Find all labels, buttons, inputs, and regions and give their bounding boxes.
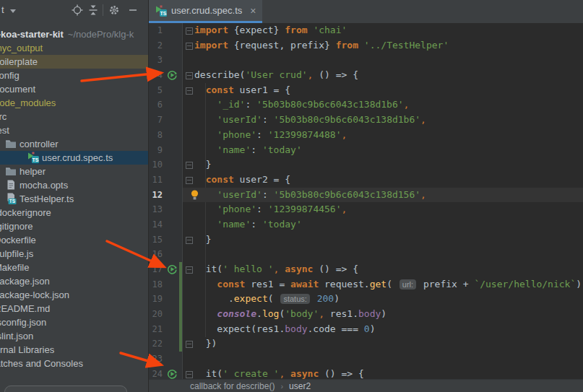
line-number: 11 (149, 173, 163, 188)
tree-item-package-json[interactable]: package.json (0, 274, 148, 288)
tree-item-scratches-and-consoles[interactable]: Scratches and Consoles (0, 357, 148, 370)
tree-item-tsconfig-json[interactable]: tsconfig.json (0, 315, 148, 329)
tree-item-external-libraries[interactable]: External Libraries (0, 343, 148, 357)
code-text[interactable]: const res1 = await request.get( url: pre… (194, 277, 582, 292)
hide-panel-icon[interactable] (127, 4, 139, 16)
code-text[interactable]: '_id': '5b03b80c9b6c6043c138d1b6', (194, 97, 409, 113)
code-text[interactable]: } (194, 232, 211, 248)
gear-icon[interactable] (108, 4, 120, 16)
tree-item-node-modules[interactable]: node_modules (0, 96, 148, 110)
fold-marker-icon[interactable] (186, 341, 193, 348)
added-lines-marker[interactable] (179, 262, 182, 277)
tree-item-tslint-json[interactable]: tslint.json (0, 329, 148, 343)
locate-file-icon[interactable] (72, 4, 83, 16)
tree-item-label: Makefile (0, 262, 29, 273)
fold-marker-icon[interactable] (186, 266, 193, 274)
ts-test-icon: TS (27, 152, 39, 163)
fold-marker-icon[interactable] (186, 162, 193, 169)
code-line-1: 1import {expect} from 'chai' (149, 23, 583, 38)
line-number: 8 (149, 128, 163, 143)
code-text[interactable]: 'userId': '5b03b80c9b6c6043c138d156', (194, 188, 426, 203)
fold-marker-icon[interactable] (186, 87, 193, 95)
tree-item--gitignore[interactable]: .gitignore (0, 219, 148, 233)
editor-tab-bar: TS user.crud.spec.ts × (149, 0, 583, 23)
parameter-hint: url: (400, 279, 416, 289)
fold-marker-icon[interactable] (186, 177, 193, 184)
code-text[interactable]: 'phone': '12399874488', (194, 128, 347, 143)
tree-item-testhelper-ts[interactable]: TSTestHelper.ts (0, 192, 148, 206)
code-text[interactable]: expect(res1.body.code === 0) (194, 322, 375, 337)
line-number: 12 (149, 188, 163, 203)
line-number: 2 (149, 38, 163, 53)
added-lines-marker[interactable] (179, 277, 182, 292)
tree-item-boilerplate[interactable]: boilerplate (0, 55, 148, 69)
code-text[interactable]: 'name': 'today' (194, 143, 302, 158)
tree-item-package-lock-json[interactable]: package-lock.json (0, 288, 148, 302)
code-text[interactable]: console.log('body', res1.body) (194, 307, 386, 322)
project-root-path: ~/nodePro/klg-k (68, 29, 134, 40)
editor-tab-user-crud-spec[interactable]: TS user.crud.spec.ts × (149, 0, 262, 23)
code-text[interactable]: } (194, 157, 211, 173)
code-text[interactable]: const user1 = { (194, 83, 290, 98)
tree-item-label: test (0, 125, 9, 136)
added-lines-marker[interactable] (179, 336, 182, 352)
tree-item-readme-md[interactable]: README.md (0, 302, 148, 315)
project-view-selector[interactable]: t (1, 4, 4, 15)
tree-item-src[interactable]: src (0, 110, 148, 123)
fold-marker-icon[interactable] (186, 43, 193, 50)
code-text[interactable]: .expect( status: 200) (194, 292, 340, 307)
code-text[interactable]: import {expect} from 'chai' (194, 23, 347, 38)
code-line-20: 20 console.log('body', res1.body) (149, 307, 583, 322)
tab-title: user.crud.spec.ts (171, 5, 242, 16)
tree-item--dockerignore[interactable]: .dockerignore (0, 206, 148, 219)
tree-item-label: .dockerignore (0, 207, 51, 218)
tree-item-helper[interactable]: helper (0, 165, 148, 178)
line-number: 1 (149, 23, 163, 38)
tree-item--nyc-output[interactable]: .nyc_output (0, 41, 148, 55)
code-line-22: 22 }) (149, 336, 583, 352)
run-test-icon[interactable] (167, 369, 177, 379)
code-text[interactable]: it(' hello ', async () => { (194, 262, 358, 277)
folder-icon (5, 165, 17, 177)
line-number: 24 (149, 367, 163, 380)
line-number: 13 (149, 202, 163, 217)
tree-item-gulpfile-js[interactable]: gulpfile.js (0, 247, 148, 261)
code-text[interactable]: describe('User crud', () => { (194, 68, 358, 83)
collapse-all-icon[interactable] (87, 4, 99, 16)
code-text[interactable]: const user2 = { (194, 173, 290, 188)
tree-item-document[interactable]: document (0, 82, 148, 96)
tree-item-klg-koa-starter-kit[interactable]: klg-koa-starter-kit~/nodePro/klg-k (0, 27, 148, 41)
added-lines-marker[interactable] (179, 292, 182, 307)
tree-item-test[interactable]: test (0, 123, 148, 137)
tree-item-config[interactable]: config (0, 69, 148, 82)
ts-file-icon: TS (5, 193, 17, 204)
code-text[interactable]: import {request, prefix} from '../TestHe… (194, 38, 449, 53)
breadcrumb-item-describe[interactable]: callback for describe() (190, 381, 275, 391)
tree-item-label: TestHelper.ts (20, 193, 74, 204)
code-text[interactable]: }) (194, 336, 217, 352)
code-text[interactable]: 'name': 'today' (194, 217, 302, 232)
code-text[interactable]: 'phone': '12399874456', (194, 202, 347, 217)
tree-item-dockerfile[interactable]: Dockerfile (0, 233, 148, 247)
added-lines-marker[interactable] (179, 307, 182, 322)
breadcrumb-item-user2[interactable]: user2 (289, 381, 311, 391)
code-text[interactable]: 'userId': '5b03b80c9b6c6043c138d1b6', (194, 113, 426, 128)
tree-item-user-crud-spec-ts[interactable]: TSuser.crud.spec.ts (0, 151, 148, 165)
line-number: 21 (149, 322, 163, 337)
run-test-icon[interactable] (167, 264, 177, 274)
close-icon[interactable]: × (250, 6, 256, 16)
tree-item-controller[interactable]: controller (0, 137, 148, 151)
fold-marker-icon[interactable] (186, 72, 193, 79)
code-line-9: 9 'name': 'today' (149, 143, 583, 158)
line-number: 6 (149, 97, 163, 113)
code-text[interactable]: it(' create ', async () => { (194, 367, 364, 380)
fold-marker-icon[interactable] (186, 27, 193, 35)
fold-marker-icon[interactable] (186, 371, 193, 378)
tree-item-mocha-opts[interactable]: mocha.opts (0, 178, 148, 192)
tree-item-label: .gitignore (0, 221, 33, 232)
fold-marker-icon[interactable] (186, 237, 193, 244)
ide-window: { "colors": { "tab_underline": "#4a88c7"… (0, 0, 583, 392)
added-lines-marker[interactable] (179, 322, 182, 337)
tree-item-makefile[interactable]: Makefile (0, 261, 148, 274)
run-test-icon[interactable] (167, 70, 177, 80)
